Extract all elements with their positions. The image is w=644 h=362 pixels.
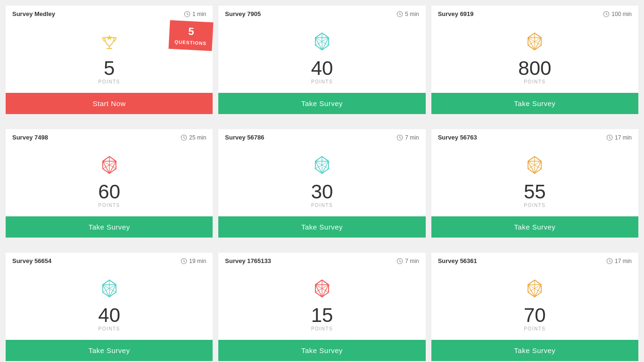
svg-line-80 xyxy=(400,261,401,262)
time-value: 25 min xyxy=(189,134,206,141)
svg-line-92 xyxy=(610,261,611,262)
points-number: 55 xyxy=(524,182,546,202)
svg-line-23 xyxy=(528,33,535,38)
svg-line-20 xyxy=(606,14,607,15)
points-number: 40 xyxy=(311,58,333,78)
card-title: Survey 56786 xyxy=(225,134,264,141)
take-survey-button[interactable]: Take Survey xyxy=(6,340,213,361)
points-number: 70 xyxy=(524,305,546,325)
time-value: 7 min xyxy=(405,258,419,264)
points-label: POINTS xyxy=(311,79,333,84)
points-number: 5 xyxy=(104,58,115,78)
card-survey-6919: Survey 6919 100 min 800 POINTS Take Surv… xyxy=(431,6,638,114)
points-number: 60 xyxy=(98,182,120,202)
svg-line-60 xyxy=(535,156,541,161)
card-footer: Take Survey xyxy=(431,93,638,114)
card-footer: Take Survey xyxy=(6,340,213,361)
card-body: 5 POINTS 5QUESTIONS xyxy=(6,21,213,93)
points-number: 40 xyxy=(98,305,120,325)
card-title: Survey 56654 xyxy=(12,257,51,264)
card-time: 7 min xyxy=(396,134,419,141)
card-title: Survey 56763 xyxy=(438,134,477,141)
card-time: 1 min xyxy=(184,11,206,17)
card-body: 40 POINTS xyxy=(6,268,213,340)
gem-icon xyxy=(311,154,333,182)
points-number: 15 xyxy=(311,305,333,325)
row-separator xyxy=(6,120,638,123)
points-label: POINTS xyxy=(524,326,545,331)
gem-icon xyxy=(523,154,546,182)
card-time: 100 min xyxy=(603,11,632,17)
time-value: 1 min xyxy=(192,11,206,17)
svg-line-71 xyxy=(103,280,109,285)
svg-line-44 xyxy=(400,138,401,138)
card-footer: Take Survey xyxy=(218,340,425,361)
start-now-button[interactable]: Start Now xyxy=(6,93,213,114)
card-body: 800 POINTS xyxy=(431,21,638,93)
take-survey-button[interactable]: Take Survey xyxy=(431,93,638,114)
card-body: 70 POINTS xyxy=(431,268,638,340)
svg-line-59 xyxy=(528,156,535,161)
svg-line-35 xyxy=(103,156,109,161)
row-separator xyxy=(6,243,638,247)
card-time: 17 min xyxy=(606,258,632,264)
take-survey-button[interactable]: Take Survey xyxy=(6,216,213,238)
take-survey-button[interactable]: Take Survey xyxy=(218,93,425,114)
card-title: Survey 7905 xyxy=(225,10,261,17)
svg-line-95 xyxy=(528,280,535,285)
card-body: 15 POINTS xyxy=(218,268,425,340)
card-title: Survey 6919 xyxy=(438,10,474,17)
points-label: POINTS xyxy=(99,326,120,331)
points-label: POINTS xyxy=(99,79,120,84)
card-body: 30 POINTS xyxy=(218,145,425,216)
time-value: 5 min xyxy=(405,11,419,17)
svg-line-68 xyxy=(184,261,185,262)
card-footer: Take Survey xyxy=(6,216,213,238)
svg-line-24 xyxy=(535,33,541,38)
card-time: 5 min xyxy=(396,11,419,17)
time-value: 17 min xyxy=(615,134,632,141)
card-footer: Take Survey xyxy=(218,216,425,238)
take-survey-button[interactable]: Take Survey xyxy=(218,340,425,361)
gem-icon xyxy=(311,277,333,305)
card-survey-56786: Survey 56786 7 min 30 POINTS Take Survey xyxy=(218,129,425,238)
card-body: 55 POINTS xyxy=(431,145,638,216)
svg-line-47 xyxy=(315,156,322,161)
points-label: POINTS xyxy=(99,203,120,208)
take-survey-button[interactable]: Take Survey xyxy=(218,216,425,238)
card-survey-7905: Survey 7905 5 min 40 POINTS Take Survey xyxy=(218,6,425,114)
card-title: Survey 1765133 xyxy=(225,257,271,264)
svg-line-2 xyxy=(187,14,188,15)
points-label: POINTS xyxy=(311,203,333,208)
svg-line-56 xyxy=(610,138,611,138)
time-value: 19 min xyxy=(189,258,206,264)
card-time: 25 min xyxy=(181,134,206,141)
svg-line-48 xyxy=(322,156,329,161)
questions-text: QUESTIONS xyxy=(174,39,206,46)
card-survey-56763: Survey 56763 17 min 55 POINTS Take Surve… xyxy=(431,129,638,238)
svg-line-96 xyxy=(535,280,541,285)
take-survey-button[interactable]: Take Survey xyxy=(431,340,638,361)
points-number: 800 xyxy=(518,58,551,78)
take-survey-button[interactable]: Take Survey xyxy=(431,216,638,238)
gem-icon xyxy=(98,154,121,182)
card-survey-7498: Survey 7498 25 min 60 POINTS Take Survey xyxy=(6,129,213,238)
time-value: 7 min xyxy=(405,134,419,141)
gem-icon xyxy=(523,30,546,58)
points-label: POINTS xyxy=(311,326,333,331)
card-body: 40 POINTS xyxy=(218,21,425,93)
card-title: Survey 7498 xyxy=(12,134,48,141)
svg-line-32 xyxy=(184,138,185,138)
points-label: POINTS xyxy=(524,79,545,84)
gem-icon xyxy=(98,277,121,305)
card-body: 60 POINTS xyxy=(6,145,213,216)
card-footer: Take Survey xyxy=(431,216,638,238)
time-value: 100 min xyxy=(611,11,632,17)
gem-icon xyxy=(523,277,546,305)
questions-badge: 5QUESTIONS xyxy=(169,20,214,51)
time-value: 17 min xyxy=(615,258,632,264)
card-time: 19 min xyxy=(181,258,206,264)
card-footer: Take Survey xyxy=(218,93,425,114)
svg-line-8 xyxy=(400,14,401,15)
card-title: Survey Medley xyxy=(12,10,55,17)
